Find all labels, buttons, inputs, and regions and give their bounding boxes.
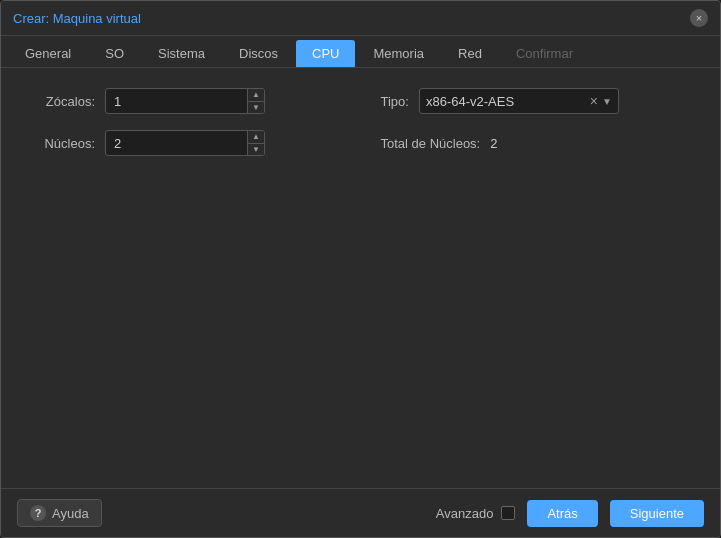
- dialog-title: Crear: Maquina virtual: [13, 11, 141, 26]
- nucleos-down-arrow[interactable]: ▼: [248, 144, 264, 156]
- tab-so[interactable]: SO: [89, 40, 140, 67]
- tipo-dropdown-icon[interactable]: ▼: [602, 96, 612, 107]
- footer-left: ? Ayuda: [17, 499, 102, 527]
- avanzado-row: Avanzado: [436, 506, 516, 521]
- tipo-row: Tipo: x86-64-v2-AES × ▼: [381, 88, 697, 114]
- help-label: Ayuda: [52, 506, 89, 521]
- total-nucleos-value: 2: [490, 136, 497, 151]
- tab-general[interactable]: General: [9, 40, 87, 67]
- zocalos-row: Zócalos: 1 ▲ ▼: [25, 88, 341, 114]
- cpu-form: Zócalos: 1 ▲ ▼ Tipo: x86-64-v2-AES × ▼: [25, 88, 696, 156]
- tab-bar: General SO Sistema Discos CPU Memoria Re…: [1, 36, 720, 68]
- title-bar: Crear: Maquina virtual ×: [1, 1, 720, 36]
- tab-red[interactable]: Red: [442, 40, 498, 67]
- nucleos-label: Núcleos:: [25, 136, 95, 151]
- zocalos-arrows: ▲ ▼: [247, 89, 264, 113]
- tab-sistema[interactable]: Sistema: [142, 40, 221, 67]
- back-button[interactable]: Atrás: [527, 500, 597, 527]
- tab-content: Zócalos: 1 ▲ ▼ Tipo: x86-64-v2-AES × ▼: [1, 68, 720, 488]
- total-nucleos-label: Total de Núcleos:: [381, 136, 481, 151]
- nucleos-arrows: ▲ ▼: [247, 131, 264, 155]
- zocalos-up-arrow[interactable]: ▲: [248, 89, 264, 102]
- zocalos-spinbox[interactable]: 1 ▲ ▼: [105, 88, 265, 114]
- help-button[interactable]: ? Ayuda: [17, 499, 102, 527]
- tab-discos[interactable]: Discos: [223, 40, 294, 67]
- zocalos-label: Zócalos:: [25, 94, 95, 109]
- nucleos-up-arrow[interactable]: ▲: [248, 131, 264, 144]
- zocalos-down-arrow[interactable]: ▼: [248, 102, 264, 114]
- nucleos-row: Núcleos: 2 ▲ ▼: [25, 130, 341, 156]
- close-button[interactable]: ×: [690, 9, 708, 27]
- nucleos-value: 2: [106, 136, 247, 151]
- tab-confirmar: Confirmar: [500, 40, 589, 67]
- tipo-select[interactable]: x86-64-v2-AES × ▼: [419, 88, 619, 114]
- avanzado-checkbox[interactable]: [501, 506, 515, 520]
- avanzado-label: Avanzado: [436, 506, 494, 521]
- tipo-label: Tipo:: [381, 94, 409, 109]
- next-button[interactable]: Siguiente: [610, 500, 704, 527]
- zocalos-value: 1: [106, 94, 247, 109]
- tab-memoria[interactable]: Memoria: [357, 40, 440, 67]
- footer-right: Avanzado Atrás Siguiente: [436, 500, 704, 527]
- tab-cpu[interactable]: CPU: [296, 40, 355, 67]
- help-icon: ?: [30, 505, 46, 521]
- total-nucleos-row: Total de Núcleos: 2: [381, 136, 697, 151]
- tipo-value: x86-64-v2-AES: [426, 94, 590, 109]
- nucleos-spinbox[interactable]: 2 ▲ ▼: [105, 130, 265, 156]
- tipo-clear-icon[interactable]: ×: [590, 93, 598, 109]
- create-vm-dialog: Crear: Maquina virtual × General SO Sist…: [0, 0, 721, 538]
- footer: ? Ayuda Avanzado Atrás Siguiente: [1, 488, 720, 537]
